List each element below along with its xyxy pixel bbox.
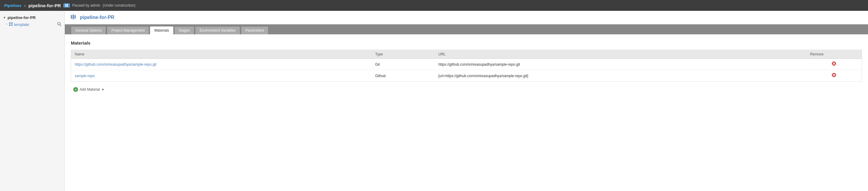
tab-stages[interactable]: Stages xyxy=(174,26,194,34)
content-area: pipeline-for-PR General Options Project … xyxy=(65,11,868,191)
under-construction-text: (Under construction) xyxy=(103,3,135,7)
main-container: ▼ pipeline-for-PR └ template xyxy=(0,11,868,191)
sidebar-pipeline-name: pipeline-for-PR xyxy=(7,15,36,20)
add-material-row: + Add Material ▼ xyxy=(71,86,862,93)
material-type-cell-1: Github xyxy=(372,70,435,82)
pipeline-header: pipeline-for-PR xyxy=(65,11,868,24)
pipeline-name-header: pipeline-for-PR xyxy=(28,3,61,8)
breadcrumb-chevron: » xyxy=(24,3,26,8)
top-bar: Pipelines » pipeline-for-PR Paused by ad… xyxy=(0,0,868,11)
remove-button-0[interactable] xyxy=(832,61,836,67)
table-header-row: Name Type URL Remove xyxy=(71,50,862,59)
remove-button-1[interactable] xyxy=(832,73,836,79)
materials-title: Materials xyxy=(71,40,862,45)
sidebar-search-button[interactable] xyxy=(57,22,61,27)
svg-rect-7 xyxy=(73,14,74,19)
tab-parameters[interactable]: Parameters xyxy=(241,26,269,34)
dropdown-arrow-icon: ▼ xyxy=(101,88,104,91)
material-url-cell-1: [url=https://github.com/srinivasupadhya/… xyxy=(435,70,807,82)
col-header-remove: Remove xyxy=(807,50,862,59)
material-name-link-0[interactable]: https://github.com/srinivasupadhya/sampl… xyxy=(75,62,156,67)
svg-rect-8 xyxy=(74,15,76,19)
tab-project-management[interactable]: Project Management xyxy=(107,26,149,34)
material-name-cell: https://github.com/srinivasupadhya/sampl… xyxy=(71,59,372,70)
svg-rect-1 xyxy=(11,22,13,24)
sidebar-template-link[interactable]: template xyxy=(14,22,29,27)
col-header-type: Type xyxy=(372,50,435,59)
material-remove-cell-1 xyxy=(807,70,862,82)
svg-rect-3 xyxy=(11,24,13,26)
tab-materials[interactable]: Materials xyxy=(150,26,174,34)
material-type-cell-0: Git xyxy=(372,59,435,70)
tab-general-options[interactable]: General Options xyxy=(71,26,106,34)
pause-icon xyxy=(65,4,68,7)
svg-line-5 xyxy=(60,25,61,26)
svg-rect-6 xyxy=(71,15,72,19)
tab-environment-variables[interactable]: Environment Variables xyxy=(195,26,240,34)
add-material-button[interactable]: + Add Material ▼ xyxy=(71,86,107,93)
pause-button[interactable] xyxy=(63,3,70,7)
table-row: sample-repo Github [url=https://github.c… xyxy=(71,70,862,82)
pipeline-header-name: pipeline-for-PR xyxy=(80,15,115,20)
template-icon xyxy=(9,22,13,27)
table-row: https://github.com/srinivasupadhya/sampl… xyxy=(71,59,862,70)
material-name-link-1[interactable]: sample-repo xyxy=(75,74,95,78)
material-name-cell-1: sample-repo xyxy=(71,70,372,82)
plus-circle-icon: + xyxy=(73,87,78,92)
materials-content: Materials Name Type URL Remove https://g… xyxy=(65,34,868,99)
status-text: Paused by admin xyxy=(72,3,100,7)
svg-rect-0 xyxy=(9,22,10,24)
sidebar: ▼ pipeline-for-PR └ template xyxy=(0,11,65,191)
material-url-cell-0: https://github.com/srinivasupadhya/sampl… xyxy=(435,59,807,70)
pipeline-header-icon xyxy=(71,14,78,21)
material-remove-cell-0 xyxy=(807,59,862,70)
col-header-url: URL xyxy=(435,50,807,59)
add-material-label: Add Material xyxy=(80,87,100,92)
sidebar-item-pipeline[interactable]: ▼ pipeline-for-PR xyxy=(0,14,64,21)
materials-table: Name Type URL Remove https://github.com/… xyxy=(71,50,862,82)
col-header-name: Name xyxy=(71,50,372,59)
tabs-bar: General Options Project Management Mater… xyxy=(65,24,868,34)
expand-arrow-icon: ▼ xyxy=(3,16,6,19)
svg-rect-2 xyxy=(9,24,10,26)
tree-connector-icon: └ xyxy=(5,23,7,27)
pipelines-link[interactable]: Pipelines xyxy=(4,3,22,8)
